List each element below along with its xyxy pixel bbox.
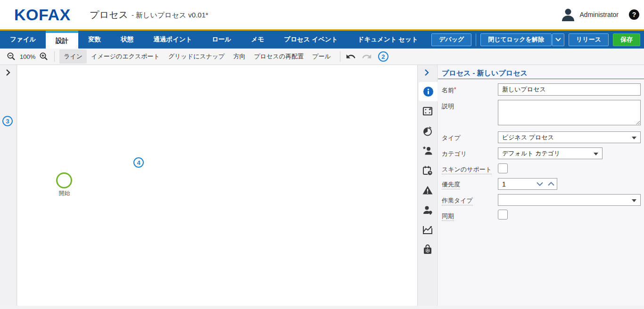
sync-label: 同期 xyxy=(442,212,454,220)
toolbar-rearrange-button[interactable]: プロセスの再配置 xyxy=(250,49,308,64)
menu-item-milestones[interactable]: 通過ポイント xyxy=(143,31,202,49)
toolbar-separator xyxy=(54,51,55,62)
release-button[interactable]: リリース xyxy=(569,33,609,46)
button-separator xyxy=(476,33,476,46)
tab-general-info[interactable] xyxy=(419,82,438,101)
menu-bar-actions: デバッグ 閉じてロックを解除 リリース 保存 xyxy=(431,33,640,46)
priority-increment-button[interactable] xyxy=(545,179,557,189)
priority-spinner xyxy=(498,178,557,190)
toolbar-export-image-button[interactable]: イメージのエクスポート xyxy=(87,49,164,64)
user-name: Administrator xyxy=(580,11,619,18)
tab-roles[interactable] xyxy=(422,145,433,156)
toolbar-line-button[interactable]: ライン xyxy=(59,49,87,64)
close-unlock-dropdown-button[interactable] xyxy=(552,33,564,46)
tab-timer[interactable] xyxy=(422,125,433,137)
resource-icon xyxy=(422,204,433,216)
debug-button[interactable]: デバッグ xyxy=(431,33,471,46)
caret-down-icon xyxy=(632,199,636,202)
caret-down-icon xyxy=(632,137,636,139)
tab-schedule[interactable] xyxy=(422,165,433,176)
type-select[interactable]: ビジネス プロセス xyxy=(498,131,641,143)
priority-decrement-button[interactable] xyxy=(534,179,545,189)
close-unlock-split-button: 閉じてロックを解除 xyxy=(480,33,564,46)
expand-left-panel-icon[interactable] xyxy=(5,69,11,76)
toolbar-direction-button[interactable]: 方向 xyxy=(229,49,250,64)
category-select[interactable]: デフォルト カテゴリ xyxy=(498,147,603,159)
menu-items: ファイル 設計 変数 状態 通過ポイント ロール メモ プロセス イベント ドキ… xyxy=(0,31,428,49)
description-label: 説明 xyxy=(442,102,454,111)
kofax-logo: KOFAX xyxy=(14,6,71,24)
user-avatar-icon xyxy=(560,7,576,22)
close-unlock-button[interactable]: 閉じてロックを解除 xyxy=(480,33,552,46)
menu-item-process-events[interactable]: プロセス イベント xyxy=(274,31,347,49)
menu-item-variables[interactable]: 変数 xyxy=(78,31,111,49)
collapse-properties-icon[interactable] xyxy=(423,69,430,76)
tab-frame-select[interactable] xyxy=(422,106,433,117)
caret-down-icon xyxy=(594,153,598,155)
chart-icon xyxy=(422,224,433,236)
redo-icon[interactable] xyxy=(361,51,372,62)
menu-item-design[interactable]: 設計 xyxy=(46,31,78,49)
role-star-icon xyxy=(422,145,433,156)
start-node[interactable] xyxy=(56,172,72,188)
app-window: KOFAX プロセス - 新しいプロセス v0.01* Administrato… xyxy=(0,0,644,309)
properties-icon-strip xyxy=(418,65,438,306)
sync-checkbox[interactable] xyxy=(498,210,508,220)
menu-bar: ファイル 設計 変数 状態 通過ポイント ロール メモ プロセス イベント ドキ… xyxy=(0,31,644,49)
menu-item-notes[interactable]: メモ xyxy=(241,31,274,49)
description-textarea[interactable] xyxy=(498,100,641,125)
calendar-clock-icon xyxy=(422,165,433,176)
properties-title: プロセス - 新しいプロセス xyxy=(442,69,528,78)
toolbar-snap-to-grid-button[interactable]: グリッドにスナップ xyxy=(164,49,229,64)
help-icon[interactable]: ? xyxy=(629,9,639,20)
process-settings-icon xyxy=(422,244,433,255)
bottom-strip xyxy=(0,306,644,309)
app-header: KOFAX プロセス - 新しいプロセス v0.01* Administrato… xyxy=(0,0,644,29)
type-label: タイプ xyxy=(442,134,461,142)
start-node-label: 開始 xyxy=(47,189,82,197)
frame-select-icon xyxy=(422,106,433,117)
zoom-out-icon[interactable] xyxy=(6,51,17,62)
document-title-main: プロセス xyxy=(90,8,128,21)
document-title: プロセス - 新しいプロセス v0.01* xyxy=(90,0,208,29)
info-icon xyxy=(423,86,434,97)
undo-icon[interactable] xyxy=(345,51,356,62)
properties-panel: プロセス - 新しいプロセス 名前* 説明 タイプ ビジネス プロセス カテゴリ… xyxy=(438,65,644,306)
user-area: Administrator ? xyxy=(560,0,639,29)
timer-icon xyxy=(422,125,433,137)
save-button[interactable]: 保存 xyxy=(613,33,640,46)
annotation-3: 3 xyxy=(2,116,13,126)
category-label: カテゴリ xyxy=(442,150,467,158)
tab-exceptions[interactable] xyxy=(422,185,433,196)
left-collapsed-panel: 3 xyxy=(0,65,17,306)
process-design-canvas[interactable]: 開始 4 xyxy=(17,65,418,306)
design-toolbar: 100% ライン イメージのエクスポート グリッドにスナップ 方向 プロセスの再… xyxy=(0,49,644,65)
priority-input[interactable] xyxy=(498,180,534,188)
menu-item-roles[interactable]: ロール xyxy=(202,31,241,49)
annotation-4: 4 xyxy=(133,157,144,168)
annotation-2: 2 xyxy=(378,51,388,62)
name-input[interactable] xyxy=(498,83,641,96)
skin-support-checkbox[interactable] xyxy=(498,163,508,173)
work-type-select[interactable] xyxy=(498,194,641,206)
required-asterisk: * xyxy=(454,86,456,93)
zoom-level: 100% xyxy=(20,53,35,60)
skin-support-label: スキンのサポート xyxy=(442,165,492,174)
menu-item-file[interactable]: ファイル xyxy=(0,31,46,49)
warning-icon xyxy=(422,185,433,196)
priority-label: 優先度 xyxy=(442,180,460,189)
toolbar-pool-button[interactable]: プール xyxy=(308,49,335,64)
properties-title-rule xyxy=(438,79,644,79)
work-type-label: 作業タイプ xyxy=(442,196,473,205)
menu-item-document-set[interactable]: ドキュメント セット xyxy=(348,31,428,49)
chevron-down-icon xyxy=(555,38,561,41)
tab-reporting[interactable] xyxy=(422,224,433,236)
name-label: 名前* xyxy=(442,86,456,95)
menu-item-states[interactable]: 状態 xyxy=(111,31,143,49)
tab-process-settings[interactable] xyxy=(422,244,433,255)
toolbar-separator xyxy=(340,51,340,62)
document-title-version: - 新しいプロセス v0.01* xyxy=(132,9,208,20)
tab-resources[interactable] xyxy=(422,204,433,216)
zoom-in-icon[interactable] xyxy=(38,51,50,62)
